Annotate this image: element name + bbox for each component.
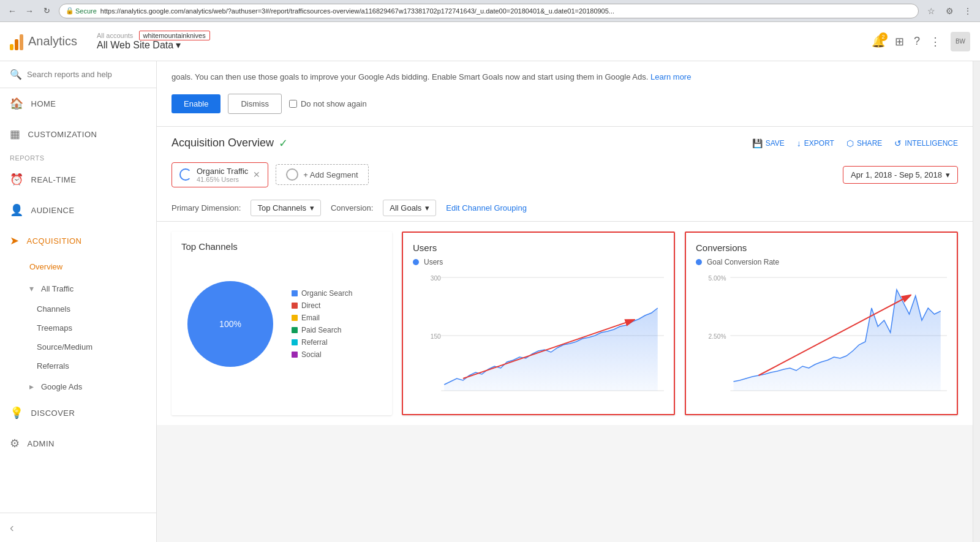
audience-label: AUDIENCE	[31, 206, 75, 215]
reports-section-label: Reports	[0, 149, 156, 164]
svg-text:2.50%: 2.50%	[709, 333, 726, 340]
back-button[interactable]: ←	[5, 4, 20, 18]
app-container: Analytics All accounts whitemountainkniv…	[0, 22, 980, 542]
date-range-button[interactable]: Apr 1, 2018 - Sep 5, 2018 ▾	[843, 166, 958, 184]
banner-card: goals. You can then use those goals to i…	[157, 61, 973, 127]
legend-dot-referral	[292, 339, 298, 345]
help-button[interactable]: ?	[914, 35, 920, 48]
svg-text:150: 150	[431, 333, 441, 340]
section-header: Acquisition Overview ✓ 💾 SAVE ↓ EXPORT	[157, 127, 973, 157]
share-icon: ⬡	[846, 138, 854, 148]
save-button[interactable]: 💾 SAVE	[752, 138, 785, 148]
sidebar: 🔍 🏠 HOME ▦ CUSTOMIZATION Reports ⏰ REAL-…	[0, 61, 157, 542]
add-segment-circle-icon	[286, 168, 298, 181]
customization-icon: ▦	[10, 127, 21, 141]
sidebar-item-referrals[interactable]: Referrals	[0, 356, 156, 375]
do-not-show-checkbox[interactable]	[289, 100, 297, 108]
legend-dot-paid-search	[292, 327, 298, 333]
pie-chart-content: 100% Organic Search	[181, 257, 382, 391]
sidebar-item-audience[interactable]: 👤 AUDIENCE	[0, 195, 156, 225]
users-chart-card: Users Users 300 150	[402, 231, 675, 415]
dropdown-arrow-icon: ▾	[310, 203, 314, 213]
all-traffic-label: All Traffic	[41, 284, 74, 293]
users-legend-label: Users	[424, 258, 443, 266]
acquisition-icon: ➤	[10, 234, 20, 247]
more-options-button[interactable]: ⋮	[930, 35, 941, 48]
legend-dot-social	[292, 352, 298, 358]
refresh-button[interactable]: ↻	[39, 4, 54, 18]
sidebar-item-overview[interactable]: Overview	[0, 256, 156, 277]
bookmark-button[interactable]: ☆	[924, 4, 938, 18]
edit-channel-grouping-link[interactable]: Edit Channel Grouping	[446, 203, 527, 213]
realtime-icon: ⏰	[10, 173, 24, 186]
conversions-legend-dot	[696, 259, 702, 265]
share-button[interactable]: ⬡ SHARE	[846, 138, 882, 148]
organic-traffic-chip[interactable]: Organic Traffic 41.65% Users ✕	[172, 162, 268, 187]
ga-bar2	[15, 39, 18, 50]
logo-area: Analytics	[10, 33, 77, 50]
legend-item-organic: Organic Search	[292, 289, 352, 298]
secure-badge: 🔒 Secure	[66, 7, 97, 15]
primary-dimension-label: Primary Dimension:	[172, 203, 241, 213]
sidebar-item-home[interactable]: 🏠 HOME	[0, 88, 156, 119]
segment-close-icon[interactable]: ✕	[253, 170, 260, 179]
dismiss-button[interactable]: Dismiss	[228, 94, 282, 114]
conversions-legend-label: Goal Conversion Rate	[707, 258, 779, 266]
top-channels-dropdown[interactable]: Top Channels ▾	[251, 200, 321, 216]
all-goals-dropdown[interactable]: All Goals ▾	[383, 200, 436, 216]
header-icons: 🔔 2 ⊞ ? ⋮ BW	[872, 32, 970, 51]
controls-row: Organic Traffic 41.65% Users ✕ + Add Seg…	[157, 157, 973, 195]
legend-label-paid-search: Paid Search	[301, 326, 341, 334]
menu-button[interactable]: ⋮	[960, 4, 975, 18]
sidebar-item-discover[interactable]: 💡 DISCOVER	[0, 397, 156, 428]
section-title: Acquisition Overview ✓	[172, 137, 288, 150]
forward-button[interactable]: →	[22, 4, 37, 18]
legend-dot-direct	[292, 303, 298, 309]
top-header: Analytics All accounts whitemountainkniv…	[0, 22, 980, 61]
pie-chart-card: Top Channels 100%	[172, 231, 392, 415]
users-chart-title: Users	[413, 243, 664, 253]
referrals-label: Referrals	[37, 361, 69, 371]
svg-marker-6	[444, 308, 658, 391]
account-selector[interactable]: All Web Site Data ▾	[97, 39, 210, 51]
intelligence-icon: ↺	[894, 138, 902, 148]
sidebar-item-all-traffic[interactable]: ▾ All Traffic	[0, 277, 156, 299]
grid-view-button[interactable]: ⊞	[895, 35, 904, 48]
address-bar[interactable]: 🔒 Secure https://analytics.google.com/an…	[59, 4, 919, 18]
legend-item-email: Email	[292, 314, 352, 322]
legend-dot-organic	[292, 290, 298, 296]
sidebar-item-treemaps[interactable]: Treemaps	[0, 318, 156, 337]
main-content-wrapper: goals. You can then use those goals to i…	[157, 61, 980, 542]
overview-label: Overview	[29, 262, 62, 271]
extensions-button[interactable]: ⚙	[942, 4, 957, 18]
add-segment-btn[interactable]: + Add Segment	[276, 164, 368, 185]
sidebar-item-source-medium[interactable]: Source/Medium	[0, 337, 156, 356]
learn-more-link[interactable]: Learn more	[650, 72, 691, 81]
search-input[interactable]	[27, 70, 146, 79]
sidebar-item-realtime[interactable]: ⏰ REAL-TIME	[0, 164, 156, 195]
sidebar-item-google-ads[interactable]: ▸ Google Ads	[0, 375, 156, 397]
segment-users: 41.65% Users	[197, 176, 248, 183]
legend-dot-email	[292, 315, 298, 321]
intelligence-button[interactable]: ↺ INTELLIGENCE	[894, 138, 958, 148]
export-button[interactable]: ↓ EXPORT	[797, 138, 834, 148]
acquisition-section: Acquisition Overview ✓ 💾 SAVE ↓ EXPORT	[157, 127, 973, 425]
browser-bar: ← → ↻ 🔒 Secure https://analytics.google.…	[0, 0, 980, 22]
sidebar-item-customization[interactable]: ▦ CUSTOMIZATION	[0, 119, 156, 149]
svg-marker-13	[734, 290, 941, 391]
conversions-chart-legend: Goal Conversion Rate	[696, 258, 947, 266]
right-scrollbar[interactable]	[973, 61, 980, 542]
sidebar-item-channels[interactable]: Channels	[0, 299, 156, 318]
admin-label: ADMIN	[28, 439, 55, 448]
notifications-button[interactable]: 🔔 2	[872, 35, 885, 48]
do-not-show-label[interactable]: Do not show again	[289, 99, 367, 108]
main-content: goals. You can then use those goals to i…	[157, 61, 973, 542]
enable-button[interactable]: Enable	[172, 94, 221, 113]
export-icon: ↓	[797, 138, 801, 148]
sidebar-item-admin[interactable]: ⚙ ADMIN	[0, 428, 156, 459]
user-avatar[interactable]: BW	[951, 32, 970, 51]
expand-icon: ▾	[29, 284, 34, 293]
section-actions: 💾 SAVE ↓ EXPORT ⬡ SHARE	[752, 138, 958, 148]
sidebar-item-acquisition[interactable]: ➤ ACQUISITION	[0, 225, 156, 256]
sidebar-collapse-button[interactable]: ‹	[0, 513, 156, 542]
